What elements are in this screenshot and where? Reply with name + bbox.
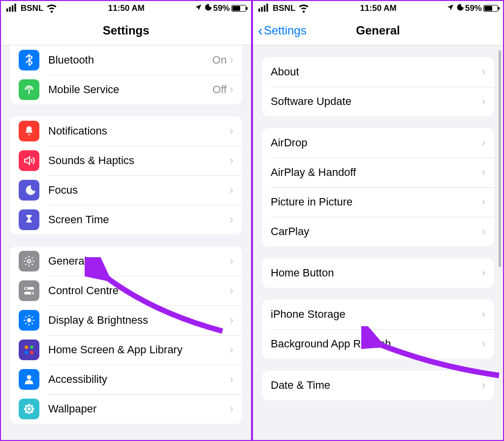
general-scroll[interactable]: About›Software Update› AirDrop›AirPlay &… [253, 45, 503, 440]
svg-point-21 [25, 405, 28, 407]
bell-icon [19, 121, 39, 141]
status-time: 11:50 AM [108, 3, 145, 13]
do-not-disturb-icon [456, 3, 464, 14]
status-bar: BSNL 11:50 AM 59% [253, 1, 503, 16]
general-row-background-app-refresh[interactable]: Background App Refresh› [262, 329, 494, 359]
scrollbar-indicator[interactable] [499, 50, 501, 267]
svg-point-9 [31, 292, 32, 294]
svg-rect-2 [12, 5, 13, 11]
nav-bar: Settings [1, 16, 251, 45]
chevron-right-icon: › [230, 83, 233, 96]
settings-row-general[interactable]: General› [10, 246, 242, 276]
settings-row-home-screen-app-library[interactable]: Home Screen & App Library› [10, 335, 242, 365]
row-label: Accessibility [48, 373, 230, 386]
carrier-label: BSNL [273, 3, 295, 13]
general-row-airplay-handoff[interactable]: AirPlay & Handoff› [262, 158, 494, 187]
chevron-right-icon: › [230, 213, 233, 226]
settings-row-focus[interactable]: Focus› [10, 175, 242, 205]
svg-point-23 [25, 410, 28, 413]
settings-row-accessibility[interactable]: Accessibility› [10, 365, 242, 394]
row-label: Home Screen & App Library [48, 343, 230, 356]
back-button[interactable]: ‹ Settings [258, 22, 307, 39]
svg-rect-11 [25, 345, 28, 349]
phone-settings-root: BSNL 11:50 AM 59% Settings BluetoothOn›M… [0, 0, 252, 441]
row-label: Focus [48, 184, 230, 197]
location-icon [194, 3, 202, 14]
battery-icon [231, 5, 246, 12]
settings-row-display-brightness[interactable]: Display & Brightness› [10, 305, 242, 335]
row-label: Notifications [48, 125, 230, 137]
chevron-right-icon: › [230, 373, 233, 386]
row-label: Background App Refresh [271, 338, 482, 350]
bluetooth-icon [19, 50, 39, 70]
phone-general-root: BSNL 11:50 AM 59% ‹ Settings General Abo… [252, 0, 504, 441]
general-row-picture-in-picture[interactable]: Picture in Picture› [262, 187, 494, 217]
signal-bars-icon [258, 1, 271, 16]
svg-point-17 [28, 404, 30, 407]
status-bar: BSNL 11:50 AM 59% [1, 1, 251, 16]
chevron-right-icon: › [230, 284, 233, 297]
chevron-right-icon: › [482, 379, 485, 392]
settings-scroll[interactable]: BluetoothOn›Mobile ServiceOff› Notificat… [1, 45, 251, 440]
row-label: Mobile Service [48, 83, 213, 96]
settings-row-notifications[interactable]: Notifications› [10, 116, 242, 146]
svg-point-5 [28, 260, 31, 263]
do-not-disturb-icon [204, 3, 212, 14]
row-label: Display & Brightness [48, 314, 230, 327]
page-title: Settings [103, 24, 150, 37]
back-button-label: Settings [264, 24, 307, 37]
chevron-left-icon: ‹ [258, 22, 263, 39]
battery-pct: 59% [213, 3, 230, 13]
settings-row-sounds-haptics[interactable]: Sounds & Haptics› [10, 146, 242, 175]
general-row-home-button[interactable]: Home Button› [262, 258, 494, 288]
switches-icon [19, 280, 39, 301]
svg-point-16 [28, 407, 31, 411]
signal-bars-icon [6, 1, 19, 16]
general-row-iphone-storage[interactable]: iPhone Storage› [262, 300, 494, 329]
row-label: AirPlay & Handoff [271, 166, 482, 179]
chevron-right-icon: › [482, 308, 485, 321]
svg-rect-3 [14, 3, 16, 11]
settings-row-mobile-service[interactable]: Mobile ServiceOff› [10, 75, 242, 104]
svg-rect-13 [25, 351, 28, 354]
general-row-date-time[interactable]: Date & Time› [262, 371, 494, 400]
settings-row-screen-time[interactable]: Screen Time› [10, 205, 242, 235]
hourglass-icon [19, 209, 39, 230]
svg-point-10 [27, 318, 32, 323]
svg-point-8 [25, 287, 27, 289]
chevron-right-icon: › [482, 225, 485, 238]
chevron-right-icon: › [230, 184, 233, 197]
wifi-icon [297, 1, 310, 16]
row-label: Software Update [271, 95, 482, 108]
row-label: Control Centre [48, 284, 230, 297]
settings-row-bluetooth[interactable]: BluetoothOn› [10, 45, 242, 75]
row-label: General [48, 255, 230, 268]
general-row-about[interactable]: About› [262, 57, 494, 87]
grid-icon [19, 339, 39, 360]
svg-rect-28 [266, 3, 268, 11]
general-row-software-update[interactable]: Software Update› [262, 87, 494, 116]
svg-point-18 [28, 411, 30, 414]
svg-rect-27 [264, 5, 265, 11]
speaker-icon [19, 150, 39, 171]
chevron-right-icon: › [230, 343, 233, 356]
svg-point-20 [32, 407, 34, 410]
settings-row-wallpaper[interactable]: Wallpaper› [10, 394, 242, 424]
gear-icon [19, 251, 39, 271]
settings-row-control-centre[interactable]: Control Centre› [10, 276, 242, 305]
nav-bar: ‹ Settings General [253, 16, 503, 45]
general-row-airdrop[interactable]: AirDrop› [262, 128, 494, 158]
person-icon [19, 369, 39, 390]
svg-rect-14 [30, 351, 33, 354]
chevron-right-icon: › [230, 125, 233, 137]
row-value: On [212, 54, 226, 67]
chevron-right-icon: › [230, 314, 233, 327]
flower-icon [19, 399, 39, 419]
chevron-right-icon: › [482, 95, 485, 108]
svg-point-15 [27, 375, 32, 379]
chevron-right-icon: › [482, 267, 485, 279]
row-label: Bluetooth [48, 54, 212, 67]
general-row-carplay[interactable]: CarPlay› [262, 217, 494, 246]
chevron-right-icon: › [482, 166, 485, 179]
row-label: About [271, 66, 482, 78]
